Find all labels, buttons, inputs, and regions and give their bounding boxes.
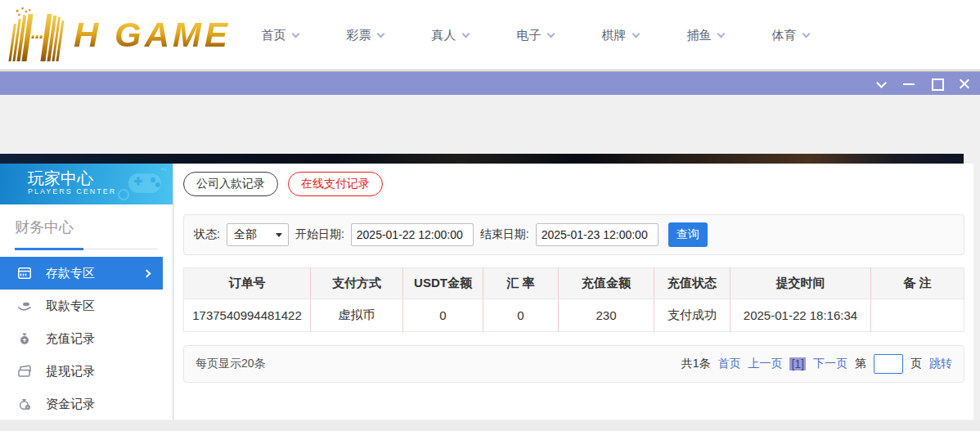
- col-usdt-amount: USDT金额: [403, 268, 483, 299]
- chevron-down-icon: [802, 29, 810, 38]
- nav-item-slots[interactable]: 电子: [492, 28, 578, 43]
- tab-online-payment-records[interactable]: 在线支付记录: [288, 172, 383, 196]
- wallet-icon: [16, 363, 33, 379]
- section-divider: [15, 247, 158, 250]
- col-remark: 备 注: [871, 268, 964, 299]
- money-bag-icon: [16, 330, 33, 347]
- record-tabs: 公司入款记录 在线支付记录: [183, 172, 964, 196]
- jump-suffix-label: 页: [910, 357, 922, 371]
- app-window: H GAME 首页 彩票 真人 电子 棋牌: [0, 0, 980, 431]
- site-header: H GAME 首页 彩票 真人 电子 棋牌: [0, 0, 980, 70]
- withdraw-hand-icon: [16, 298, 33, 314]
- cell-recharge-status: 支付成功: [654, 299, 731, 332]
- brand-logo-mark: [5, 6, 70, 65]
- start-date-label: 开始日期:: [295, 227, 344, 242]
- finance-section-title: 财务中心: [15, 218, 158, 237]
- nav-item-fishing[interactable]: 捕鱼: [663, 28, 748, 43]
- col-pay-method: 支付方式: [311, 268, 403, 299]
- records-table: 订单号 支付方式 USDT金额 汇 率 充值金额 充值状态 提交时间 备 注 1…: [183, 267, 964, 332]
- start-date-input[interactable]: [351, 223, 474, 246]
- status-select[interactable]: 全部: [227, 223, 289, 246]
- table-row: 1737540994481422 虚拟币 0 0 230 支付成功 2025-0…: [184, 299, 964, 332]
- col-recharge-amount: 充值金额: [559, 268, 654, 299]
- status-label: 状态:: [194, 227, 220, 242]
- sidebar-item-label: 取款专区: [46, 299, 95, 314]
- maximize-icon[interactable]: [931, 78, 942, 89]
- finance-center-section: 财务中心: [0, 204, 173, 250]
- nav-label: 彩票: [347, 28, 371, 43]
- cell-order-no: 1737540994481422: [184, 299, 311, 332]
- nav-item-boardgames[interactable]: 棋牌: [578, 28, 663, 43]
- chevron-down-icon: [717, 29, 725, 38]
- sidebar-item-label: 充值记录: [46, 331, 95, 347]
- cell-exchange-rate: 0: [483, 299, 559, 332]
- minimize-icon[interactable]: [903, 78, 915, 89]
- chevron-down-icon: [876, 78, 887, 88]
- total-count-text: 共1条: [681, 357, 711, 371]
- nav-label: 体育: [772, 28, 797, 43]
- current-page-indicator: [1]: [789, 357, 806, 370]
- caret-down-icon: [276, 233, 282, 237]
- chevron-down-icon: [461, 29, 470, 38]
- status-select-value: 全部: [234, 227, 257, 242]
- sidebar-item-label: 提现记录: [46, 364, 95, 379]
- gamepad-icon: [115, 167, 168, 201]
- bottom-strip: [0, 420, 980, 431]
- sidebar-item-label: 存款专区: [46, 266, 95, 281]
- nav-item-sports[interactable]: 体育: [748, 28, 833, 43]
- jump-button[interactable]: 跳转: [929, 357, 952, 371]
- col-exchange-rate: 汇 率: [483, 268, 559, 299]
- tab-company-deposit-records[interactable]: 公司入款记录: [183, 172, 278, 196]
- window-titlebar: [0, 71, 980, 95]
- sidebar-item-deposit-zone[interactable]: 存款专区: [0, 257, 163, 290]
- pagination-controls: 共1条 首页 上一页 [1] 下一页 第 页 跳转: [681, 354, 952, 374]
- col-order-no: 订单号: [184, 268, 311, 299]
- sidebar-item-recharge-records[interactable]: 充值记录: [0, 322, 173, 355]
- jump-prefix-label: 第: [855, 357, 866, 371]
- cell-remark: [871, 299, 964, 332]
- filter-bar: 状态: 全部 开始日期: 结束日期: 查询: [183, 214, 964, 255]
- money-bag-coin-icon: [16, 396, 33, 412]
- dark-banner-strip: [0, 154, 964, 164]
- next-page-link[interactable]: 下一页: [813, 357, 847, 371]
- chevron-down-icon: [546, 29, 555, 38]
- player-center-header: 玩家中心 PLAYERS CENTER: [0, 164, 173, 204]
- table-header-row: 订单号 支付方式 USDT金额 汇 率 充值金额 充值状态 提交时间 备 注: [184, 268, 964, 299]
- deposit-card-icon: [16, 265, 33, 281]
- close-icon[interactable]: [959, 78, 970, 89]
- player-center-sidebar: 玩家中心 PLAYERS CENTER 财务中心: [0, 164, 173, 420]
- nav-item-home[interactable]: 首页: [237, 28, 322, 43]
- sidebar-menu: 存款专区 取款专区: [0, 257, 173, 420]
- brand-logo[interactable]: H GAME: [5, 5, 231, 65]
- collapse-icon[interactable]: [875, 78, 887, 89]
- brand-logo-text: H GAME: [74, 16, 231, 55]
- records-content: 公司入款记录 在线支付记录 状态: 全部 开始日期: 结束日期: 查询 订单号: [174, 164, 973, 420]
- sidebar-item-withdraw-zone[interactable]: 取款专区: [0, 290, 173, 322]
- cell-submit-time: 2025-01-22 18:16:34: [731, 299, 871, 332]
- cell-usdt-amount: 0: [403, 299, 483, 332]
- nav-item-live[interactable]: 真人: [407, 28, 492, 43]
- sidebar-item-withdrawal-records[interactable]: 提现记录: [0, 355, 173, 388]
- main-nav: 首页 彩票 真人 电子 棋牌 捕鱼: [237, 0, 833, 70]
- nav-label: 真人: [432, 28, 456, 43]
- nav-label: 捕鱼: [687, 28, 712, 43]
- cell-recharge-amount: 230: [559, 299, 654, 332]
- prev-page-link[interactable]: 上一页: [748, 357, 782, 371]
- pagination-bar: 每页显示20条 共1条 首页 上一页 [1] 下一页 第 页 跳转: [183, 345, 964, 383]
- chevron-down-icon: [291, 29, 299, 38]
- sidebar-item-fund-records[interactable]: 资金记录: [0, 388, 173, 420]
- chevron-down-icon: [632, 29, 640, 38]
- query-button[interactable]: 查询: [668, 222, 708, 247]
- nav-label: 首页: [262, 28, 286, 43]
- end-date-input[interactable]: [536, 223, 659, 246]
- cell-pay-method: 虚拟币: [311, 299, 403, 332]
- chevron-right-icon: [143, 269, 151, 277]
- page-jump-input[interactable]: [874, 354, 903, 374]
- sidebar-item-label: 资金记录: [46, 397, 95, 412]
- chevron-down-icon: [376, 29, 384, 38]
- first-page-link[interactable]: 首页: [717, 357, 740, 371]
- nav-item-lottery[interactable]: 彩票: [322, 28, 407, 43]
- page-size-text: 每页显示20条: [196, 357, 266, 371]
- col-recharge-status: 充值状态: [654, 268, 731, 299]
- end-date-label: 结束日期:: [480, 227, 529, 242]
